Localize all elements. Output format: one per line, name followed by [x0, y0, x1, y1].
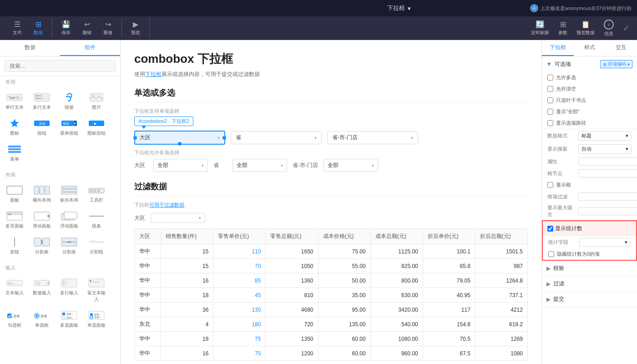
- bottom-handle[interactable]: [178, 142, 182, 146]
- checkbox-comp-icon: 选项: [6, 310, 23, 321]
- file-button[interactable]: ☰ 文件: [7, 18, 27, 38]
- filter-link[interactable]: 可用于过滤数据: [149, 202, 184, 207]
- show-stat-checkbox[interactable]: [547, 226, 553, 232]
- right-tab-combobox[interactable]: 下拉框: [542, 40, 574, 56]
- dim-filter-input[interactable]: [578, 192, 637, 201]
- multi-daqu-select[interactable]: 全部 ▾: [153, 159, 208, 172]
- leaf-only-checkbox[interactable]: [547, 97, 553, 103]
- search-input[interactable]: [5, 60, 116, 72]
- stat-section-header[interactable]: 显示统计数: [543, 221, 636, 236]
- region-code-tag[interactable]: ⊞ 区域编码 ▾: [600, 60, 632, 68]
- filter-section: 过滤数据 下拉框可用于过滤数据。 大区 ▾ 大区 销售数量(件) 零售单价(元)…: [134, 181, 528, 361]
- sidebar-item-image[interactable]: 图片: [84, 89, 109, 113]
- show-path-checkbox[interactable]: [547, 120, 553, 126]
- save-button[interactable]: 💾 保存: [56, 18, 76, 38]
- sidebar-item-multi-input[interactable]: 输入...多行 多行输入: [56, 275, 82, 305]
- sidebar-item-panel[interactable]: 面板: [2, 182, 27, 206]
- confirm-button[interactable]: ✓: [619, 21, 633, 35]
- filter-right-title: 过滤: [553, 280, 564, 288]
- sidebar-item-num-input[interactable]: 123▲▼ 数值输入: [29, 275, 55, 305]
- multi-sheng-select[interactable]: 全部 ▾: [233, 159, 287, 172]
- property-input[interactable]: [578, 157, 637, 166]
- table-cell: 95.00: [318, 303, 370, 317]
- vlayout-label: 纵向布局: [60, 197, 78, 203]
- desc-link[interactable]: 下拉框: [145, 71, 162, 77]
- sidebar-item-button[interactable]: 按钮 按钮: [29, 115, 55, 139]
- redo-button[interactable]: ↪ 重做: [98, 18, 118, 38]
- sidebar-item-menu[interactable]: 菜单: [2, 141, 27, 165]
- data-format-select[interactable]: 标题 ▾: [578, 131, 632, 141]
- show-search-select[interactable]: 自动 ▾: [578, 144, 632, 154]
- sidebar-item-single-radio[interactable]: 选项一选项二 单选面板: [84, 307, 109, 331]
- info-button[interactable]: i 信息: [600, 18, 617, 39]
- sidebar-item-radio-comp[interactable]: 选项 单选框: [29, 307, 55, 331]
- sidebar-item-menu-button[interactable]: 按钮▾ 菜单按钮: [56, 115, 82, 139]
- right-tab-interact[interactable]: 交互: [605, 40, 637, 56]
- options-section-header[interactable]: ▼ 可选项 ⊞ 区域编码 ▾: [542, 56, 637, 72]
- sidebar-item-split-h[interactable]: 分割条: [29, 234, 55, 258]
- max-level-input[interactable]: [578, 207, 637, 215]
- multi-sheng-arrow: ▾: [281, 163, 283, 168]
- show-search-label: 显示搜索: [547, 146, 575, 152]
- last-edit-text: 上次修改是anonymous在37分钟前进行的: [540, 5, 632, 12]
- sidebar-item-split-v[interactable]: 分割条: [56, 234, 82, 258]
- preview-data-button[interactable]: 📋 预览数据: [573, 18, 598, 38]
- sidebar-item-icon-button[interactable]: ▶ 图标按钮: [84, 115, 109, 139]
- sidebar-item-checkbox-comp[interactable]: 选项 勾选框: [2, 307, 27, 331]
- multi-shengshi-select[interactable]: 全部 ▾: [324, 159, 378, 172]
- sidebar-item-hlayout[interactable]: 横向布局: [29, 182, 55, 206]
- sidebar-item-toolbar-comp[interactable]: 工具栏: [84, 182, 109, 206]
- submit-header[interactable]: ▶ 提交: [542, 292, 637, 307]
- daqu-select[interactable]: 大区 ▾: [134, 131, 225, 145]
- sidebar-item-icon[interactable]: 图标: [2, 115, 27, 139]
- sidebar-item-rich-input[interactable]: T富文本 富文本输入: [84, 275, 109, 305]
- hide-zero-checkbox[interactable]: [548, 251, 554, 257]
- show-all-checkbox[interactable]: [547, 109, 553, 115]
- sidebar-item-vline[interactable]: 竖线: [2, 234, 27, 258]
- preview-data-label: 预览数据: [576, 30, 595, 36]
- tab-component[interactable]: 组件: [60, 40, 120, 56]
- sheng-select[interactable]: 省 ▾: [231, 131, 322, 144]
- stat-field-select[interactable]: ▾: [579, 238, 631, 247]
- sidebar-item-link[interactable]: 链接: [56, 89, 82, 113]
- sidebar-item-multi-text[interactable]: Type S...Type S... 多行文本: [29, 89, 55, 113]
- sidebar-item-vlayout[interactable]: 纵向布局: [56, 182, 82, 206]
- allow-clear-checkbox[interactable]: [547, 86, 553, 92]
- sidebar-item-line[interactable]: 线条: [84, 208, 109, 232]
- multi-sheng-value: 全部: [237, 162, 248, 169]
- right-tab-style[interactable]: 样式: [574, 40, 606, 56]
- dropdown-arrow[interactable]: ▾: [408, 5, 411, 12]
- filter-daqu-select[interactable]: ▾: [151, 213, 205, 223]
- svg-text:TXT: TXT: [89, 240, 96, 244]
- sheng-shi-select[interactable]: 省-市-门店 ▾: [327, 131, 418, 144]
- tab-data[interactable]: 数据: [0, 40, 60, 56]
- sidebar-item-slide-panel[interactable]: 滑动面板: [29, 208, 55, 232]
- hlayout-label: 横向布局: [33, 197, 51, 203]
- root-node-input[interactable]: [578, 169, 637, 177]
- menu-button-icon: 按钮▾: [61, 118, 77, 129]
- scheduled-refresh-button[interactable]: 🔄 定时刷新: [527, 18, 553, 38]
- sidebar-item-multi-panel[interactable]: Tab 多页面板: [2, 208, 27, 232]
- sidebar-item-text-input[interactable]: 输入... 文本输入: [2, 275, 27, 305]
- preview-button[interactable]: ▶ 预览: [126, 18, 146, 38]
- preview-group: ▶ 预览: [122, 18, 150, 38]
- params-button[interactable]: ⊞ 参数: [555, 18, 571, 38]
- allow-multi-checkbox[interactable]: [547, 75, 553, 81]
- left-handle[interactable]: [133, 136, 137, 140]
- undo-button[interactable]: ↩ 撤销: [77, 18, 97, 38]
- menu-button-label: 菜单按钮: [60, 130, 78, 136]
- validate-header[interactable]: ▶ 校验 ·: [542, 261, 637, 276]
- sidebar-item-multi-check[interactable]: 选项一选项二 多选面板: [56, 307, 82, 331]
- allow-clear-label: 允许清空: [556, 86, 632, 92]
- table-cell: 135.00: [318, 317, 370, 332]
- data-button[interactable]: ⊞ 数据: [28, 18, 48, 38]
- svg-rect-43: [61, 243, 77, 246]
- sidebar-item-divider[interactable]: TXT 分割线: [84, 234, 109, 258]
- sidebar-item-single-text[interactable]: Type S... 单行文本: [2, 89, 27, 113]
- sidebar-item-float-panel[interactable]: 浮动面板: [56, 208, 82, 232]
- filter-right-header[interactable]: ▶ 过滤: [542, 276, 637, 291]
- svg-text:Type S...: Type S...: [35, 97, 44, 100]
- right-handle[interactable]: [222, 136, 226, 140]
- show-root-checkbox[interactable]: [547, 182, 553, 188]
- toolbar-comp-icon: [88, 185, 105, 196]
